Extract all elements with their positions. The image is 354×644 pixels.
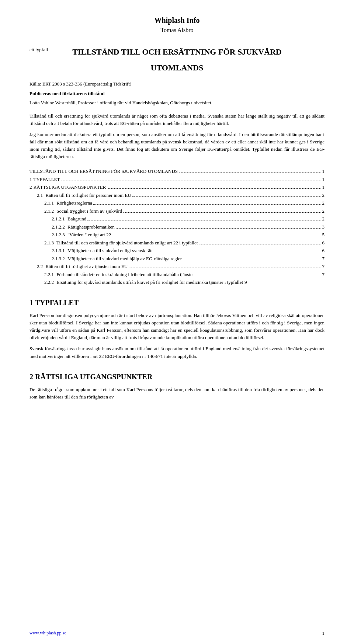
toc-row-2.1.2.1: 2.1.2.1 Bakgrund 2	[30, 215, 324, 223]
body-paragraph-2: Jag kommer nedan att diskutera ett typfa…	[30, 131, 324, 161]
header-subtitle: Tomas Alsbro	[30, 26, 324, 35]
section1-heading: 1 TYPFALLET	[30, 297, 324, 308]
toc-title-dots	[179, 173, 321, 173]
body-paragraph-1: Tillstånd till och ersättning för sjukvå…	[30, 112, 324, 127]
footer: www.whiplash.pp.se 1	[30, 630, 324, 637]
toc-row-2.2.1: 2.2.1 Förhandstillståndet- en inskränkni…	[30, 271, 324, 278]
toc-row-2.1.3.1: 2.1.3.1 Möjligheterna till sjukvård enli…	[30, 247, 324, 254]
toc-row-2: 2 RÄTTSLIGA UTGÅNGSPUNKTER 1	[30, 184, 324, 191]
ett-typfall-label: ett typfall	[30, 45, 48, 52]
section1-para1: Karl Persson har diagnosen polycystnjure…	[30, 312, 324, 342]
toc-row-2.1.3: 2.1.3 Tillstånd till och ersättning för …	[30, 239, 324, 247]
author-line: Lotta Vahlne Westerhäll, Professor i off…	[30, 99, 324, 107]
toc-row-2.2.2: 2.2.2 Ersättning för sjukvård utomlands …	[30, 279, 324, 286]
footer-page-number: 1	[322, 630, 325, 637]
toc-row-2.1: 2.1 Rätten till fri rörlighet för person…	[30, 192, 324, 199]
toc-row-1: 1 TYPFALLET 1	[30, 176, 324, 183]
main-heading-line1: TILLSTÅND TILL OCH ERSÄTTNING FÖR SJUKVÅ…	[66, 46, 288, 58]
section2-heading: 2 RÄTTSLIGA UTGÅNGSPUNKTER	[30, 371, 324, 382]
section1-para2: Svensk försäkringskassa har avslagit han…	[30, 345, 324, 360]
table-of-contents: TILLSTÅND TILL OCH ERSÄTTNING FÖR SJUKVÅ…	[30, 168, 324, 286]
toc-text: RÄTTSLIGA UTGÅNGSPUNKTER	[34, 184, 106, 191]
toc-title-row: TILLSTÅND TILL OCH ERSÄTTNING FÖR SJUKVÅ…	[30, 168, 324, 175]
toc-row-2.1.3.2: 2.1.3.2 Möjligheterna till sjukvård med …	[30, 255, 324, 262]
publiceras-line: Publiceras med författarens tillstånd	[30, 90, 324, 97]
header: Whiplash Info Tomas Alsbro	[30, 15, 324, 35]
toc-title-page: 1	[322, 168, 325, 175]
toc-row-2.1.2: 2.1.2 Social trygghet i form av sjukvård…	[30, 208, 324, 215]
toc-row-2.1.2.3: 2.1.2.3 "Vården " enligt art 22 5	[30, 231, 324, 239]
page: Whiplash Info Tomas Alsbro ett typfall T…	[0, 0, 354, 644]
toc-row-2.2: 2.2 Rätten till fri rörlighet av tjänste…	[30, 263, 324, 270]
toc-row-2.1.2.2: 2.1.2.2 Rättighetsproblematiken 3	[30, 223, 324, 231]
toc-text: TYPFALLET	[34, 176, 60, 183]
kalla-line: Källa: ERT 2003 s 323-336 (Europarättsli…	[30, 80, 324, 88]
section2-para1: De rättsliga frågor som uppkommer i ett …	[30, 386, 324, 401]
toc-row-2.1.1: 2.1.1 Rörlighetsreglerna 2	[30, 199, 324, 207]
toc-num: 1	[30, 176, 32, 183]
toc-num: 2	[30, 184, 32, 191]
footer-link[interactable]: www.whiplash.pp.se	[30, 630, 66, 636]
header-title: Whiplash Info	[30, 15, 324, 26]
main-heading-line2: UTOMLANDS	[66, 62, 288, 74]
toc-title-text: TILLSTÅND TILL OCH ERSÄTTNING FÖR SJUKVÅ…	[30, 168, 178, 175]
